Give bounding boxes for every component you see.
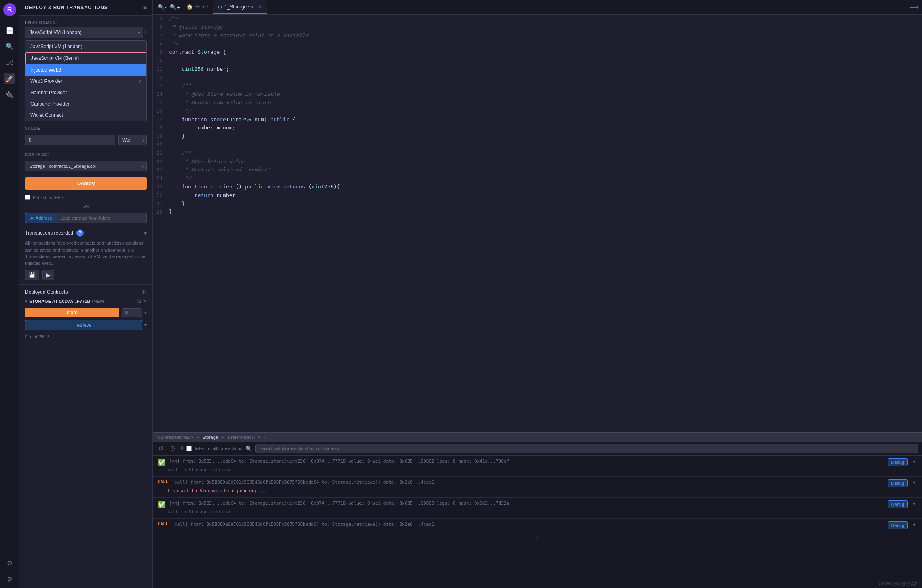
breadcrumb-ref-arrow-icon: → <box>220 435 225 440</box>
deployed-trash-icon[interactable]: 🗑 <box>142 289 147 295</box>
tab-search-zoom-out[interactable]: 🔍- <box>156 2 168 12</box>
ref-button[interactable]: 1 reference(s) <box>227 435 255 440</box>
env-option-ganache[interactable]: Ganache Provider <box>25 98 146 110</box>
panel-menu-icon[interactable]: ≡ <box>143 4 147 11</box>
log-expand-all-icon[interactable]: › <box>537 534 539 540</box>
tab-storage[interactable]: ◇ 1_Storage.sol ✕ <box>213 0 267 14</box>
code-line-15: 15 * @param num value to store <box>153 99 922 107</box>
code-editor: 5 /** 6 * @title Storage 7 * @dev Store … <box>153 15 922 432</box>
env-option-injected[interactable]: Injected Web3 <box>25 64 146 76</box>
watermark-text: CSDN @阿谁说说2 <box>878 581 917 586</box>
ref-chevron-up-icon[interactable]: ∧ <box>257 434 260 440</box>
tx-title: Transactions recorded <box>25 230 73 236</box>
code-line-12: 12 <box>153 74 922 82</box>
log-debug-button-2[interactable]: Debug <box>888 479 908 487</box>
store-input[interactable] <box>122 308 142 317</box>
tx-undo-button[interactable]: ↺ <box>157 444 165 453</box>
tab-search-zoom-in[interactable]: 🔍+ <box>168 2 182 12</box>
env-option-berlin[interactable]: JavaScript VM (Berlin) <box>25 52 146 64</box>
contract-chevron-icon[interactable]: ▾ <box>25 299 27 304</box>
log-expand-button-1[interactable]: ▾ <box>911 458 917 465</box>
panel-title: DEPLOY & RUN TRANSACTIONS <box>25 5 108 11</box>
tx-title-row: Transactions recorded 7 <box>25 229 84 237</box>
log-entry-2-main: CALL [call] from: 0x5B38Da6a701c568545dC… <box>158 479 917 487</box>
environment-info-icon[interactable]: ℹ <box>145 29 147 36</box>
main-area: 🔍- 🔍+ 🏠 Home ◇ 1_Storage.sol ✕ ⟶ 5 /** 6… <box>153 0 922 588</box>
code-line-8: 8 */ <box>153 40 922 48</box>
deployed-actions: 🗑 <box>142 289 147 295</box>
log-debug-button-4[interactable]: Debug <box>888 521 908 529</box>
at-address-button[interactable]: At Address <box>25 213 57 223</box>
tab-close-icon[interactable]: ✕ <box>257 4 262 9</box>
log-entry-3-main: ✅ [vm] from: 0x5B3....eddC4 to: Storage.… <box>158 500 917 508</box>
tab-home[interactable]: 🏠 Home <box>182 0 213 14</box>
nav-icon-search[interactable]: 🔍 <box>4 40 15 52</box>
unit-select[interactable]: Wei Gwei Finney Ether <box>118 135 147 145</box>
tx-listen-checkbox[interactable] <box>186 446 192 451</box>
tx-play-button[interactable]: ▶ <box>42 270 54 280</box>
environment-select[interactable]: JavaScript VM (London) JavaScript VM (Be… <box>25 27 143 38</box>
env-option-london[interactable]: JavaScript VM (London) <box>25 41 146 52</box>
code-line-14: 14 * @dev Store value in variable <box>153 90 922 99</box>
tab-bar-right: ⟶ <box>909 3 919 11</box>
log-pending-text: transact to Storage.store pending ... <box>158 487 917 495</box>
publish-label: Publish to IPFS <box>33 195 63 200</box>
code-line-18: 18 number = num; <box>153 124 922 132</box>
env-option-walletconnect[interactable]: Wallet Connect <box>25 110 146 121</box>
watermark-bar: CSDN @阿谁说说2 <box>153 579 922 588</box>
log-text-4: [call] from: 0x5B38Da6a701c568545dCfcB03… <box>172 521 884 528</box>
value-input[interactable] <box>25 135 115 145</box>
deploy-button[interactable]: Deploy <box>25 177 147 190</box>
web3-external-icon: ↗ <box>137 78 142 84</box>
nav-icon-deploy[interactable]: 🚀 <box>4 73 15 84</box>
tx-header: Transactions recorded 7 ▾ <box>25 229 147 237</box>
code-line-13: 13 /** <box>153 82 922 90</box>
tx-log-search-icon: 🔍 <box>245 446 252 452</box>
retrieve-button[interactable]: retrieve <box>25 320 142 330</box>
tx-collapse-icon[interactable]: ▾ <box>144 230 147 236</box>
deployed-close-icon[interactable]: ✕ <box>142 298 147 305</box>
log-text-3: [vm] from: 0x5B3....eddC4 to: Storage.st… <box>169 500 884 507</box>
app-logo: R <box>3 3 16 16</box>
nav-icon-git[interactable]: ⎇ <box>4 57 15 68</box>
contract-select-wrap: Storage - contracts/1_Storage.sol ▾ <box>25 161 147 171</box>
deployed-title: Deployed Contracts <box>25 289 68 295</box>
nav-icon-files[interactable]: 📄 <box>4 24 15 36</box>
breadcrumb-prefix: ContractDefinition <box>158 435 193 440</box>
code-line-10: 10 <box>153 57 922 65</box>
deployed-contract-row: ▾ STORAGE AT 0XD7A...F771B (MEM ⧉ ✕ <box>25 298 147 305</box>
publish-checkbox[interactable] <box>25 195 30 200</box>
log-debug-button-3[interactable]: Debug <box>888 500 908 508</box>
code-line-27: 27 } <box>153 200 922 208</box>
nav-icon-plugin[interactable]: 🔌 <box>4 89 15 100</box>
log-expand-button-2[interactable]: ▾ <box>911 479 917 486</box>
nav-icon-settings[interactable]: ⚙ <box>4 557 15 569</box>
env-dropdown-open: JavaScript VM (London) JavaScript VM (Be… <box>25 40 147 121</box>
code-line-25: 25 function retrieve() public view retur… <box>153 183 922 191</box>
store-expand-icon[interactable]: ▾ <box>144 310 147 315</box>
log-expand-all[interactable]: › <box>153 532 922 542</box>
tx-time-button[interactable]: ⏱ <box>168 444 177 453</box>
at-address-input[interactable] <box>57 213 147 223</box>
code-line-23: 23 * @return value of 'number' <box>153 166 922 174</box>
log-expand-button-4[interactable]: ▾ <box>911 521 917 528</box>
tx-save-button[interactable]: 💾 <box>25 270 39 280</box>
nav-icon-settings2[interactable]: ⚙ <box>4 573 15 585</box>
env-option-web3[interactable]: Web3 Provider ↗ <box>25 76 146 87</box>
home-icon: 🏠 <box>186 4 193 10</box>
env-option-hardhat[interactable]: Hardhat Provider <box>25 87 146 98</box>
log-debug-button-1[interactable]: Debug <box>888 458 908 466</box>
func-row-retrieve: retrieve ▾ <box>25 320 147 330</box>
deployed-copy-icon[interactable]: ⧉ <box>137 298 141 305</box>
ref-chevron-down-icon[interactable]: ∨ <box>263 434 266 440</box>
log-entry-4: CALL [call] from: 0x5B38Da6a701c568545dC… <box>153 519 922 532</box>
left-panel: DEPLOY & RUN TRANSACTIONS ≡ ENVIRONMENT … <box>19 0 153 588</box>
tx-search-input[interactable] <box>255 444 918 453</box>
contract-select[interactable]: Storage - contracts/1_Storage.sol <box>25 161 147 171</box>
panel-header: DEPLOY & RUN TRANSACTIONS ≡ <box>19 0 152 16</box>
retrieve-expand-icon[interactable]: ▾ <box>144 322 147 328</box>
log-expand-button-3[interactable]: ▾ <box>911 500 917 507</box>
deployed-contracts-section: Deployed Contracts 🗑 ▾ STORAGE AT 0XD7A.… <box>19 284 152 345</box>
store-button[interactable]: store <box>25 308 119 317</box>
code-line-24: 24 */ <box>153 174 922 183</box>
